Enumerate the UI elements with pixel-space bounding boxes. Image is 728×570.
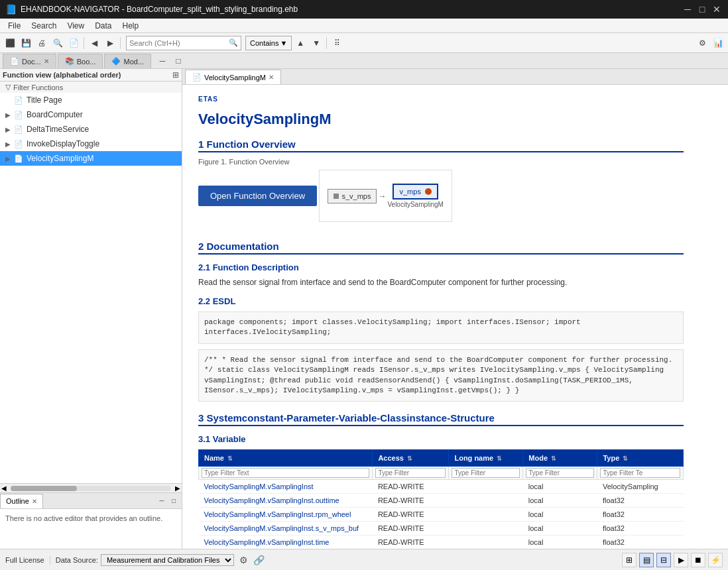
scroll-left-btn[interactable]: ◀ [0,484,8,492]
table-body: VelocitySamplingM.vSamplingInstREAD-WRIT… [199,480,684,549]
panel-settings-icon[interactable]: ⊞ [172,70,179,80]
row-mode: local [523,522,597,536]
main-layout: Function view (alphabetical order) ⊞ ▽ F… [0,69,728,549]
filter-type[interactable] [600,468,680,478]
toolbar-btn-1[interactable]: ⬛ [3,36,17,50]
menu-file[interactable]: File [3,20,26,32]
function-diagram: s_v_mps → v_mps VelocitySamplingM [319,170,452,222]
footer-btn-6[interactable]: ⚡ [708,553,723,567]
outline-close[interactable]: ✕ [32,498,37,505]
footer-btn-4[interactable]: ▶ [674,553,688,567]
panel-maximize[interactable]: □ [171,54,186,68]
toolbar-btn-fwd[interactable]: ▶ [103,36,117,50]
content-scroll[interactable]: ETAS VelocitySamplingM 1 Function Overvi… [182,85,728,549]
search-input[interactable] [127,39,226,47]
tab-doc-close[interactable]: ✕ [44,58,49,65]
toolbar-separator-1 [84,37,84,49]
top-tab-bar: 📄 Doc... ✕ 📚 Boo... 🔷 Mod... ─ □ [0,53,728,69]
nav-up-btn[interactable]: ▲ [293,36,308,50]
tree-item-invokedisplaytoggle[interactable]: ▶ 📄 InvokeDisplayToggle [0,137,182,151]
tree-item-label: Title Page [27,95,62,105]
outline-tab[interactable]: Outline ✕ [0,494,43,508]
tree-area: 📄 Title Page ▶ 📄 BoardComputer ▶ 📄 Delta… [0,93,182,483]
row-longname [449,522,523,536]
toolbar-btn-end[interactable]: ⚙ [695,36,709,50]
doc-icon: 📄 [13,95,24,105]
row-name-link[interactable]: VelocitySamplingM.vSamplingInst.time [204,538,330,546]
footer-btn-1[interactable]: ⊞ [622,553,637,567]
outline-minimize[interactable]: ─ [156,496,167,506]
tree-item-title-page[interactable]: 📄 Title Page [0,93,182,107]
app-title: EHANDBOOK-NAVIGATOR - BoardComputer_spli… [21,5,298,14]
datasource-dropdown[interactable]: Measurement and Calibration Files [101,554,234,566]
content-tab-velocitysampling[interactable]: 📄 VelocitySamplingM ✕ [185,70,281,84]
panel-minimize[interactable]: ─ [155,54,170,68]
open-function-overview-button[interactable]: Open Function Overview [198,186,317,206]
tab-doc[interactable]: 📄 Doc... ✕ [3,54,56,68]
tree-item-deltatimeservice[interactable]: ▶ 📄 DeltaTimeService [0,122,182,137]
toolbar-btn-2[interactable]: 💾 [19,36,33,50]
section1-heading: 1 Function Overview [198,139,684,152]
row-name-link[interactable]: VelocitySamplingM.vSamplingInst [204,483,314,490]
sort-icon[interactable]: ⇅ [551,455,556,462]
content-tab-label: VelocitySamplingM [204,74,266,82]
scroll-thumb[interactable] [11,486,77,491]
input-block: s_v_mps [328,189,377,203]
menu-help[interactable]: Help [117,20,145,32]
sort-icon[interactable]: ⇅ [497,455,502,462]
col-mode: Mode ⇅ [523,450,597,467]
toolbar-btn-back[interactable]: ◀ [87,36,101,50]
page-title: VelocitySamplingM [198,111,684,128]
menu-view[interactable]: View [62,20,90,32]
sort-icon[interactable]: ⇅ [623,455,628,462]
sort-icon[interactable]: ⇅ [407,455,412,462]
filter-access[interactable] [375,468,446,478]
gear-icon[interactable]: ⚙ [239,555,248,565]
left-panel-header: Function view (alphabetical order) ⊞ [0,69,182,82]
row-name-link[interactable]: VelocitySamplingM.vSamplingInst.rpm_whee… [204,510,351,518]
tree-item-label: DeltaTimeService [27,125,89,134]
content-scroll-wrapper: ETAS VelocitySamplingM 1 Function Overvi… [182,85,728,549]
menu-data[interactable]: Data [90,20,117,32]
arrow-icon: ▶ [5,111,13,119]
content-tab-close[interactable]: ✕ [269,74,274,81]
tree-item-boardcomputer[interactable]: ▶ 📄 BoardComputer [0,107,182,122]
minimize-button[interactable]: ─ [682,3,694,15]
tree-item-velocitysamplingm[interactable]: ▶ 📄 VelocitySamplingM [0,151,182,166]
license-label: Full License [5,556,50,564]
filter-name[interactable] [202,468,369,478]
toolbar-btn-5[interactable]: 📄 [66,36,81,50]
footer-btn-5[interactable]: ⏹ [691,553,705,567]
toolbar-btn-more[interactable]: ⠿ [330,36,344,50]
footer-btn-2[interactable]: ▤ [639,553,654,567]
row-mode: local [523,480,597,494]
contains-dropdown[interactable]: Contains ▼ [245,36,292,50]
outline-maximize[interactable]: □ [168,496,179,506]
sort-icon[interactable]: ⇅ [227,455,233,462]
tab-mod[interactable]: 🔷 Mod... [104,54,151,68]
toolbar-btn-3[interactable]: 🖨 [34,36,49,50]
row-name-link[interactable]: VelocitySamplingM.vSamplingInst.outtime [204,496,339,504]
right-panel: 📄 VelocitySamplingM ✕ ETAS VelocitySampl… [182,69,728,549]
footer-btn-3[interactable]: ⊟ [656,553,671,567]
toolbar-separator-2 [120,37,121,49]
maximize-button[interactable]: □ [696,3,708,15]
row-access: READ-WRITE [373,508,449,522]
footer: Full License Data Source: Measurement an… [0,549,728,570]
filter-mode[interactable] [526,468,594,478]
link-icon[interactable]: 🔗 [253,555,265,565]
toolbar: ⬛ 💾 🖨 🔍 📄 ◀ ▶ 🔍 Contains ▼ ▲ ▼ ⠿ ⚙ 📊 [0,33,728,53]
menu-search[interactable]: Search [26,20,62,32]
close-button[interactable]: ✕ [711,3,723,15]
col-access: Access ⇅ [373,450,449,467]
left-scroll-area: ◀ ▶ [0,483,182,492]
row-name-link[interactable]: VelocitySamplingM.vSamplingInst.s_v_mps_… [204,524,359,532]
scroll-right-btn[interactable]: ▶ [174,484,182,492]
filter-longname[interactable] [452,468,520,478]
tab-boo[interactable]: 📚 Boo... [58,54,103,68]
input-port-label: s_v_mps [341,192,371,200]
toolbar-btn-end2[interactable]: 📊 [711,36,725,50]
nav-down-btn[interactable]: ▼ [309,36,324,50]
toolbar-btn-4[interactable]: 🔍 [50,36,65,50]
mod-icon: 🔷 [111,57,121,66]
